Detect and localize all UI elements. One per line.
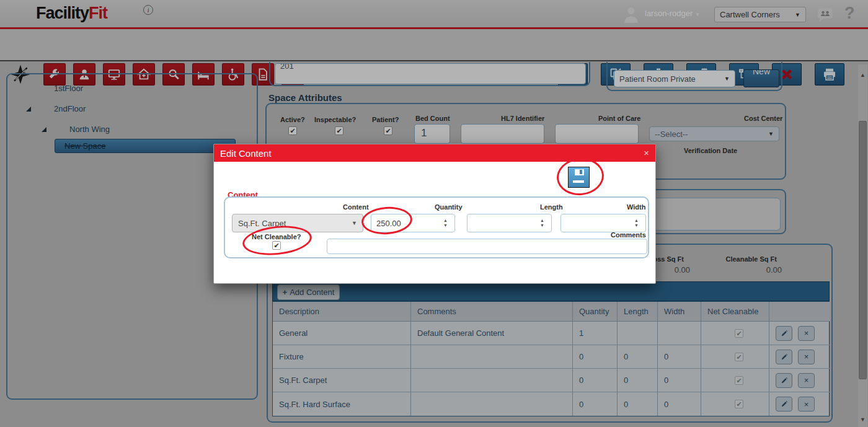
close-icon[interactable]: ×: [644, 147, 649, 158]
width-input[interactable]: [560, 214, 646, 232]
quantity-label: Quantity: [435, 203, 463, 211]
spinner-up-icon[interactable]: ▲: [540, 219, 544, 222]
spinner-up-icon[interactable]: ▲: [634, 219, 639, 222]
chevron-down-icon: ▼: [352, 220, 357, 226]
length-label: Length: [540, 203, 563, 211]
length-spinner[interactable]: ▲▼: [540, 214, 544, 232]
width-spinner[interactable]: ▲▼: [634, 214, 639, 232]
spinner-down-icon[interactable]: ▼: [634, 224, 639, 227]
spinner-up-icon[interactable]: ▲: [443, 219, 448, 222]
dialog-title: Edit Content: [220, 148, 272, 159]
comments-label: Comments: [611, 231, 646, 239]
spinner-down-icon[interactable]: ▼: [443, 224, 448, 227]
content-label: Content: [343, 203, 369, 211]
length-input[interactable]: [467, 214, 552, 232]
width-label: Width: [627, 203, 645, 211]
spinner-down-icon[interactable]: ▼: [540, 224, 544, 227]
comments-input[interactable]: [327, 239, 647, 254]
quantity-spinner[interactable]: ▲▼: [443, 214, 448, 232]
